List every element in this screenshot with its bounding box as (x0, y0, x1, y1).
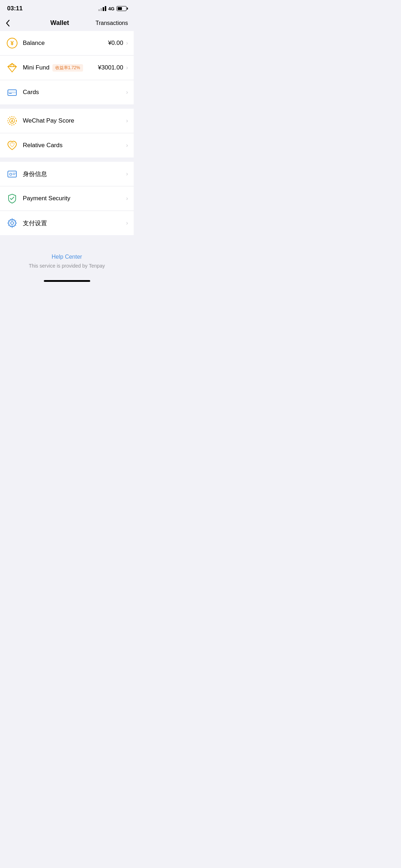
transactions-button[interactable]: Transactions (92, 20, 128, 26)
powered-by-text: This service is provided by Tenpay (0, 263, 134, 269)
svg-point-16 (11, 222, 14, 224)
card-icon (6, 86, 19, 99)
balance-value: ¥0.00 (108, 40, 123, 47)
id-icon (6, 167, 19, 180)
mini-fund-value: ¥3001.00 (98, 64, 123, 71)
home-bar (44, 280, 90, 282)
svg-rect-12 (8, 171, 16, 177)
status-bar: 03:11 4G (0, 0, 134, 15)
balance-chevron: › (126, 40, 128, 46)
svg-marker-2 (8, 63, 16, 72)
relative-cards-label: Relative Cards (23, 142, 63, 149)
footer: Help Center This service is provided by … (0, 239, 134, 277)
svg-text:¥: ¥ (11, 40, 14, 46)
balance-label: Balance (23, 40, 45, 47)
payment-settings-label: 支付设置 (23, 219, 47, 227)
balance-content: Balance (23, 40, 108, 47)
mini-fund-right: ¥3001.00 › (98, 64, 128, 71)
cards-label: Cards (23, 89, 39, 96)
payment-security-label: Payment Security (23, 195, 70, 202)
payment-security-chevron: › (126, 195, 128, 202)
payment-settings-item[interactable]: 支付设置 › (0, 211, 134, 235)
home-indicator (0, 277, 134, 286)
yen-circle-icon: ¥ (6, 37, 19, 50)
payment-security-item[interactable]: Payment Security › (0, 186, 134, 211)
nav-bar: Wallet Transactions (0, 15, 134, 31)
svg-text:A: A (11, 119, 13, 123)
balance-right: ¥0.00 › (108, 40, 128, 47)
identity-item[interactable]: 身份信息 › (0, 162, 134, 186)
settings-section: 身份信息 › Payment Security › 支付设置 (0, 162, 134, 235)
diamond-icon (6, 61, 19, 74)
relative-cards-item[interactable]: Relative Cards › (0, 133, 134, 157)
help-center-link[interactable]: Help Center (0, 254, 134, 260)
shield-icon (6, 192, 19, 205)
battery-icon (117, 6, 127, 11)
cards-right: › (125, 89, 128, 95)
back-button[interactable] (6, 20, 27, 27)
page-title: Wallet (27, 19, 92, 27)
gear-icon (6, 217, 19, 229)
identity-content: 身份信息 (23, 170, 125, 178)
mini-fund-label: Mini Fund (23, 64, 50, 71)
wechat-score-item[interactable]: A WeChat Pay Score › (0, 109, 134, 133)
balance-item[interactable]: ¥ Balance ¥0.00 › (0, 31, 134, 56)
status-icons: 4G (98, 6, 127, 11)
identity-label: 身份信息 (23, 170, 47, 178)
payment-settings-chevron: › (126, 220, 128, 226)
services-section: A WeChat Pay Score › Relative Cards › (0, 109, 134, 157)
mini-fund-chevron: › (126, 64, 128, 71)
relative-cards-content: Relative Cards (23, 142, 125, 149)
identity-right: › (125, 171, 128, 177)
signal-icon (98, 6, 106, 11)
wechat-score-chevron: › (126, 118, 128, 124)
wechat-score-label: WeChat Pay Score (23, 117, 74, 124)
network-label: 4G (108, 6, 114, 11)
cards-chevron: › (126, 89, 128, 95)
payment-security-right: › (125, 195, 128, 202)
payment-settings-right: › (125, 220, 128, 226)
svg-point-13 (10, 173, 12, 175)
identity-chevron: › (126, 171, 128, 177)
rate-badge: 收益率1.72% (52, 64, 83, 72)
cards-content: Cards (23, 89, 125, 96)
score-icon: A (6, 114, 19, 127)
relative-icon (6, 139, 19, 152)
cards-item[interactable]: Cards › (0, 80, 134, 104)
relative-cards-chevron: › (126, 142, 128, 149)
status-time: 03:11 (7, 5, 22, 12)
wechat-score-content: WeChat Pay Score (23, 117, 125, 124)
relative-cards-right: › (125, 142, 128, 149)
mini-fund-content: Mini Fund 收益率1.72% (23, 64, 98, 72)
mini-fund-item[interactable]: Mini Fund 收益率1.72% ¥3001.00 › (0, 56, 134, 80)
payment-settings-content: 支付设置 (23, 219, 125, 227)
wechat-score-right: › (125, 118, 128, 124)
payment-security-content: Payment Security (23, 195, 125, 202)
money-section: ¥ Balance ¥0.00 › Mini Fund 收益率1.72% ¥30… (0, 31, 134, 104)
